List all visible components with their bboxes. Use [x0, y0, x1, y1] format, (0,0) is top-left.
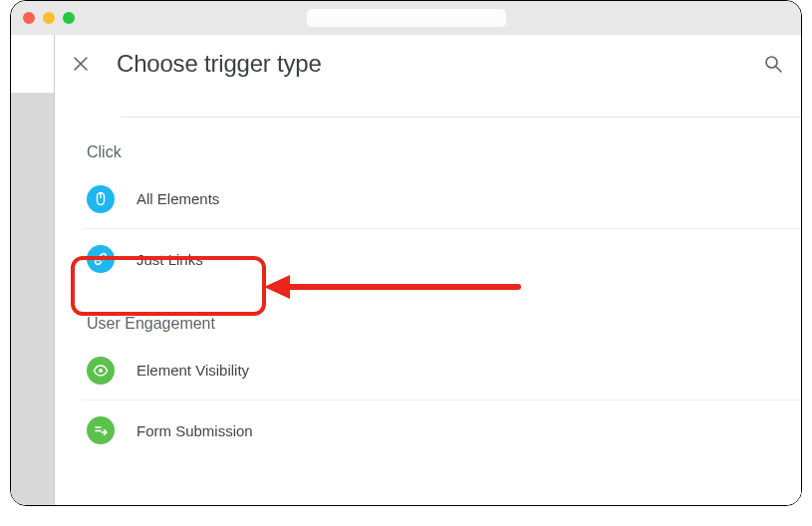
- browser-window: Choose trigger type Click: [10, 0, 802, 506]
- trigger-label: Element Visibility: [136, 362, 249, 379]
- trigger-label: Form Submission: [136, 422, 253, 439]
- search-icon: [763, 54, 783, 74]
- trigger-label: All Elements: [136, 190, 219, 207]
- panel-header: Choose trigger type: [55, 35, 801, 93]
- trigger-type-panel: Choose trigger type Click: [55, 35, 801, 505]
- minimize-window-button[interactable]: [43, 12, 55, 24]
- close-window-button[interactable]: [23, 12, 35, 24]
- svg-point-0: [766, 57, 777, 68]
- search-button[interactable]: [763, 54, 783, 74]
- svg-line-3: [99, 257, 103, 261]
- link-icon: [87, 245, 115, 273]
- trigger-list: Click All Elements: [55, 117, 801, 460]
- svg-point-4: [99, 369, 103, 373]
- section-heading-user-engagement: User Engagement: [83, 289, 801, 341]
- eye-icon: [87, 357, 115, 385]
- content-area: Choose trigger type Click: [11, 35, 801, 505]
- trigger-just-links[interactable]: Just Links: [83, 229, 801, 289]
- close-icon: [73, 56, 89, 72]
- mouse-icon: [87, 185, 115, 213]
- background-left-pane: [11, 35, 55, 505]
- section-heading-click: Click: [83, 118, 801, 169]
- trigger-form-submission[interactable]: Form Submission: [83, 400, 801, 460]
- titlebar: [11, 1, 801, 35]
- trigger-all-elements[interactable]: All Elements: [83, 169, 801, 229]
- close-panel-button[interactable]: [73, 56, 89, 72]
- form-icon: [87, 416, 115, 444]
- address-bar[interactable]: [307, 9, 506, 27]
- trigger-label: Just Links: [136, 251, 203, 268]
- panel-title: Choose trigger type: [117, 50, 322, 78]
- trigger-element-visibility[interactable]: Element Visibility: [83, 341, 801, 400]
- maximize-window-button[interactable]: [63, 12, 75, 24]
- window-controls: [23, 12, 75, 24]
